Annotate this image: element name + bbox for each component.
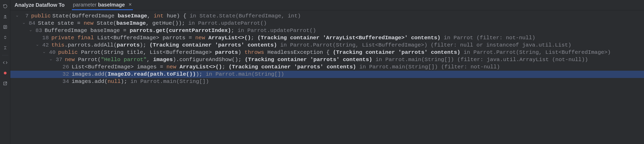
code-line: images.add(ImageIO.read(path.toFile()));… xyxy=(72,71,284,78)
line-number: 83 xyxy=(33,27,42,34)
line-number: 26 xyxy=(60,63,69,71)
refresh-icon[interactable] xyxy=(2,3,8,9)
collapse-icon[interactable] xyxy=(2,45,8,51)
token: hue) { xyxy=(163,13,190,19)
token: null xyxy=(108,78,121,84)
token: State state = xyxy=(38,20,84,26)
token: images.add( xyxy=(72,71,108,77)
token: public xyxy=(58,49,78,55)
token: int xyxy=(154,13,163,19)
token: (Tracking container 'parrots' contents) xyxy=(149,42,277,48)
chevron-down-icon[interactable] xyxy=(21,22,26,25)
token: BufferedImage baseImage = xyxy=(45,28,130,34)
code-line: State state = new State(baseImage, getHu… xyxy=(38,20,267,27)
token: List<BufferedImage> parrots = xyxy=(94,35,195,41)
token: , xyxy=(147,57,153,63)
tree-row[interactable]: 37new Parrot("Hello parrot", images).con… xyxy=(10,56,644,63)
token: ) xyxy=(238,49,244,55)
tab-parameter[interactable]: parameter baseImage ✕ xyxy=(72,0,133,10)
tree-row[interactable]: 18private final List<BufferedImage> parr… xyxy=(10,34,644,42)
line-number: 32 xyxy=(60,71,69,78)
token: .parrots.addAll( xyxy=(64,42,117,48)
chevron-down-icon[interactable] xyxy=(15,15,20,18)
token: (Tracking container 'ArrayList<BufferedI… xyxy=(257,35,441,41)
tree-row[interactable]: 83BufferedImage baseImage = parrots.get(… xyxy=(10,27,644,34)
tree-row[interactable]: 32images.add(ImageIO.read(path.toFile())… xyxy=(10,71,644,78)
tree-row[interactable]: 34images.add(null); in Parrot.main(Strin… xyxy=(10,78,644,85)
token: in Parrot.Parrot(String, List<BufferedIm… xyxy=(277,42,571,48)
line-number: 34 xyxy=(60,78,69,85)
tree-row[interactable]: 26List<BufferedImage> images = new Array… xyxy=(10,63,644,71)
token: in Parrot (filter: not-null) xyxy=(441,35,535,41)
token: throws xyxy=(244,49,264,55)
close-icon[interactable]: ✕ xyxy=(128,2,132,8)
code-line: List<BufferedImage> images = new ArrayLi… xyxy=(72,63,500,71)
main-area: Analyze Dataflow To parameter baseImage … xyxy=(10,0,644,144)
token: in Parrot.Parrot(String, List<BufferedIm… xyxy=(460,49,611,55)
token xyxy=(205,35,208,41)
sidebar-divider xyxy=(2,55,8,55)
token: Parrot( xyxy=(75,57,101,63)
token: new xyxy=(84,20,93,26)
svg-point-4 xyxy=(4,72,6,75)
token: private final xyxy=(51,35,94,41)
expand-icon[interactable] xyxy=(2,34,8,41)
arrow-up-icon[interactable] xyxy=(2,14,8,20)
line-number: 37 xyxy=(53,56,62,63)
line-number: 84 xyxy=(26,20,35,27)
token: (Tracking container 'parrots' contents) xyxy=(245,57,372,63)
tab-param-name: baseImage xyxy=(98,2,125,8)
token: this xyxy=(51,42,64,48)
tab-param-keyword: parameter xyxy=(73,2,97,8)
tree-row[interactable]: 7public State(BufferedImage baseImage, i… xyxy=(10,12,644,20)
token: new xyxy=(65,57,75,63)
chevron-down-icon[interactable] xyxy=(28,29,33,32)
code-line: this.parrots.addAll(parrots); (Tracking … xyxy=(51,42,571,49)
token: new xyxy=(166,64,176,70)
token: in Parrot.main(String[]) (filter: java.u… xyxy=(372,57,588,63)
token xyxy=(176,64,180,70)
token: in Parrot.main(String[]) xyxy=(131,78,209,84)
token: (Tracking container 'parrots' contents) xyxy=(333,49,460,55)
panel-title: Analyze Dataflow To xyxy=(15,2,65,9)
chevron-down-icon[interactable] xyxy=(35,44,40,47)
line-number: 7 xyxy=(20,12,29,20)
code-icon[interactable] xyxy=(2,60,8,66)
chevron-down-icon[interactable] xyxy=(48,58,53,61)
token: ); xyxy=(140,42,149,48)
chevron-down-icon[interactable] xyxy=(42,51,47,54)
token: in Parrot.main(String[]) (filter: not-nu… xyxy=(356,64,500,70)
tree-row[interactable]: 84State state = new State(baseImage, get… xyxy=(10,20,644,27)
token: (Tracking container 'parrots' contents) xyxy=(229,64,356,70)
token: ; xyxy=(222,64,229,70)
token: ).configureAndShow(); xyxy=(173,57,245,63)
list-icon[interactable] xyxy=(2,24,8,30)
breakpoint-icon[interactable] xyxy=(2,70,8,76)
token: new xyxy=(195,35,205,41)
line-number: 40 xyxy=(47,49,56,56)
token: ; xyxy=(231,28,237,34)
token: images xyxy=(153,57,173,63)
tab-bar: Analyze Dataflow To parameter baseImage … xyxy=(10,0,644,10)
token: "Hello parrot" xyxy=(101,57,147,63)
token: images.add( xyxy=(72,78,108,84)
line-number: 18 xyxy=(40,34,49,42)
tree-row[interactable]: 40public Parrot(String title, List<Buffe… xyxy=(10,49,644,56)
token: parrots xyxy=(117,42,140,48)
token: baseImage xyxy=(118,13,147,19)
token: in Parrot.updateParrot() xyxy=(238,28,316,34)
token: State(BufferedImage xyxy=(52,13,118,19)
token: public xyxy=(31,13,51,19)
token: , getHue()); xyxy=(146,20,188,26)
code-line: public State(BufferedImage baseImage, in… xyxy=(31,12,301,20)
code-line: public Parrot(String title, List<Buffere… xyxy=(58,49,611,56)
dataflow-panel: Analyze Dataflow To parameter baseImage … xyxy=(0,0,644,144)
export-icon[interactable] xyxy=(2,80,8,87)
tree-row[interactable]: 42this.parrots.addAll(parrots); (Trackin… xyxy=(10,42,644,49)
line-number: 42 xyxy=(40,42,49,49)
token: ); xyxy=(196,71,206,77)
token: ImageIO.read(path.toFile()) xyxy=(108,71,196,77)
token: in Parrot.updateParrot() xyxy=(188,20,267,26)
token: ArrayList<>() xyxy=(180,64,222,70)
code-line: images.add(null); in Parrot.main(String[… xyxy=(72,78,209,85)
